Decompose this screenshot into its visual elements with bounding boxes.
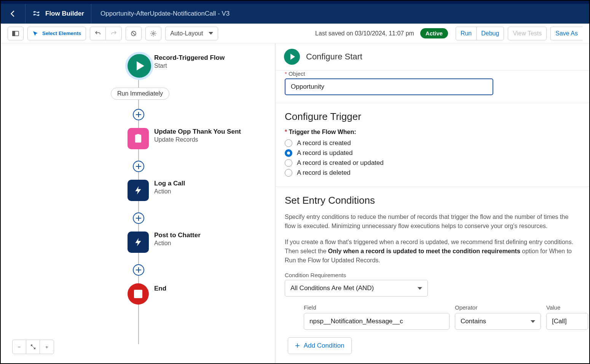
save-as-button[interactable]: Save As [550, 27, 582, 40]
auto-layout-select[interactable]: Auto-Layout [165, 27, 218, 40]
start-config-icon [284, 49, 300, 65]
run-immediately-badge[interactable]: Run Immediately [111, 88, 169, 100]
flow-icon [32, 10, 41, 18]
log-call-node[interactable] [128, 180, 149, 201]
settings-button[interactable] [145, 27, 161, 40]
lightning-icon [133, 185, 143, 195]
object-input[interactable] [285, 78, 493, 95]
view-tests-button: View Tests [508, 27, 547, 40]
main: Record-Triggered Flow Start Run Immediat… [1, 43, 589, 363]
svg-rect-1 [13, 31, 15, 36]
back-button[interactable] [1, 4, 25, 24]
trigger-option-created-updated[interactable]: A record is created or updated [285, 159, 580, 167]
cursor-icon [32, 30, 38, 37]
operator-label: Operator [455, 304, 541, 311]
end-node[interactable] [128, 283, 149, 305]
trigger-heading: Configure Trigger [285, 111, 580, 123]
condition-field-input[interactable]: npsp__Notification_Message__c [304, 313, 450, 330]
condition-value-input[interactable]: [Call] [546, 313, 588, 330]
object-section: * Object [276, 70, 589, 103]
config-panel: Configure Start * Object Configure Trigg… [276, 43, 589, 363]
auto-layout-label: Auto-Layout [170, 30, 203, 37]
app-brand: Flow Builder [26, 10, 91, 18]
add-element-button[interactable] [133, 212, 144, 224]
panel-header: Configure Start [276, 43, 589, 70]
app-root: Flow Builder Opportunity-AfterUpdate-Not… [0, 0, 590, 364]
undo-button[interactable] [90, 27, 106, 40]
zoom-controls: − + [12, 340, 54, 354]
panel-title: Configure Start [306, 52, 362, 62]
condition-requirements-select[interactable]: All Conditions Are Met (AND) [285, 280, 428, 297]
update-records-label: Update Opp Thank You Sent Update Records [154, 128, 241, 143]
log-call-label: Log a Call Action [154, 180, 185, 195]
select-elements-button[interactable]: Select Elements [27, 27, 86, 40]
clipboard-edit-icon [133, 133, 144, 144]
zoom-in-button[interactable]: + [40, 340, 54, 354]
lightning-icon [133, 237, 143, 247]
add-element-button[interactable] [133, 109, 144, 120]
radio-icon [285, 159, 292, 167]
cond-req-label: Condition Requirements [285, 272, 580, 278]
start-node[interactable] [128, 54, 151, 78]
entry-desc-1: Specify entry conditions to reduce the n… [285, 212, 580, 231]
undo-redo-group [90, 27, 122, 40]
disable-button[interactable] [126, 27, 142, 40]
chevron-down-icon [209, 32, 213, 35]
entry-heading: Set Entry Conditions [285, 195, 580, 206]
radio-checked-icon [285, 149, 292, 157]
chevron-down-icon [418, 287, 422, 290]
add-condition-button[interactable]: + Add Condition [288, 337, 352, 354]
object-label: * Object [285, 70, 580, 77]
start-node-label: Record-Triggered Flow Start [154, 54, 225, 69]
toggle-panel-button[interactable] [8, 27, 24, 40]
run-group: Run Debug [456, 27, 504, 40]
end-label: End [154, 285, 166, 292]
condition-row: Field npsp__Notification_Message__c Oper… [285, 304, 580, 330]
svg-point-3 [153, 32, 155, 34]
add-element-button[interactable] [133, 161, 144, 172]
radio-icon [285, 169, 292, 177]
add-element-button[interactable] [133, 264, 144, 276]
entry-desc-2: If you create a flow that's triggered wh… [285, 238, 580, 265]
debug-button[interactable]: Debug [477, 27, 504, 40]
zoom-out-button[interactable]: − [13, 340, 26, 354]
condition-operator-select[interactable]: Contains [455, 313, 541, 330]
update-records-node[interactable] [128, 128, 149, 149]
last-saved-text: Last saved on 03/10/2024, 11:07 pm [315, 30, 414, 37]
flow-canvas[interactable]: Record-Triggered Flow Start Run Immediat… [1, 43, 276, 363]
toolbar: Select Elements Auto-Layout Last saved o… [1, 24, 589, 43]
select-elements-label: Select Elements [42, 30, 81, 36]
trigger-option-created[interactable]: A record is created [285, 139, 580, 147]
panel-body[interactable]: * Object Configure Trigger * Trigger the… [276, 70, 589, 363]
redo-button[interactable] [106, 27, 122, 40]
trigger-option-updated[interactable]: A record is updated [285, 149, 580, 157]
flow-title: Opportunity-AfterUpdate-NotificationCall… [91, 10, 239, 18]
app-name: Flow Builder [45, 10, 84, 18]
chevron-down-icon [531, 320, 535, 323]
value-label: Value [546, 304, 588, 311]
field-label: Field [304, 304, 450, 311]
radio-icon [285, 139, 292, 147]
run-button[interactable]: Run [456, 27, 477, 40]
trigger-section: Configure Trigger * Trigger the Flow Whe… [276, 103, 589, 187]
post-chatter-node[interactable] [128, 231, 149, 253]
fit-to-screen-button[interactable] [26, 340, 40, 354]
topbar-accent [1, 1, 589, 4]
trigger-option-deleted[interactable]: A record is deleted [285, 169, 580, 177]
app-header: Flow Builder Opportunity-AfterUpdate-Not… [1, 4, 589, 24]
stop-icon [134, 290, 142, 298]
play-icon [137, 61, 144, 70]
trigger-when-label: * Trigger the Flow When: [285, 129, 580, 136]
entry-conditions-section: Set Entry Conditions Specify entry condi… [276, 187, 589, 362]
post-chatter-label: Post to Chatter Action [154, 231, 201, 247]
status-badge: Active [420, 28, 448, 38]
plus-icon: + [295, 341, 300, 351]
